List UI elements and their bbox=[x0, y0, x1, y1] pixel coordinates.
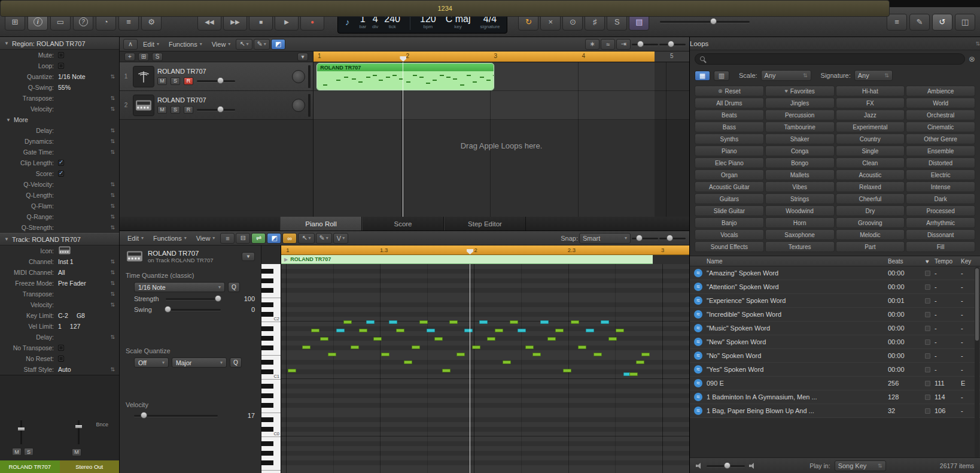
pointer-tool-select[interactable]: ↖▾ bbox=[298, 233, 314, 244]
midi-note[interactable] bbox=[419, 320, 428, 324]
preview-volume-slider[interactable] bbox=[707, 462, 745, 470]
track-sort-menu-button[interactable]: ▾ bbox=[297, 53, 308, 61]
loop-category-strings[interactable]: Strings bbox=[765, 193, 835, 204]
note-lane[interactable] bbox=[281, 379, 689, 384]
midi-note[interactable] bbox=[351, 345, 359, 349]
note-lane[interactable] bbox=[281, 355, 689, 360]
loop-wave-icon[interactable]: ≈ bbox=[694, 393, 702, 401]
loop-category-fill[interactable]: Fill bbox=[906, 241, 975, 252]
track-header[interactable]: 1ROLAND TR707MSR bbox=[120, 62, 313, 91]
swing-slider[interactable] bbox=[166, 305, 221, 314]
piano-key-black[interactable] bbox=[261, 269, 273, 274]
midi-note[interactable] bbox=[302, 345, 311, 349]
view-mode-icon[interactable]: ≡ bbox=[220, 233, 235, 244]
favorite-checkbox[interactable] bbox=[925, 326, 930, 331]
note-lane[interactable] bbox=[281, 341, 689, 345]
grid-view-button[interactable]: ▦ bbox=[695, 71, 710, 81]
disclosure-triangle-icon[interactable]: ▶ bbox=[284, 257, 288, 262]
automation-icon[interactable]: ∗ bbox=[585, 39, 599, 50]
midi-note[interactable] bbox=[495, 329, 503, 332]
mute-button[interactable]: M bbox=[157, 106, 167, 114]
disclosure-triangle-icon[interactable]: ▼ bbox=[4, 41, 9, 46]
channel-name-label[interactable]: ROLAND TR707 bbox=[0, 460, 60, 473]
arrange-grid[interactable]: 12345 ROLAND TR707 Drag Apple Loops here… bbox=[314, 51, 689, 217]
midi-note[interactable] bbox=[616, 329, 624, 332]
back-button[interactable]: ∧ bbox=[123, 39, 138, 50]
search-input[interactable] bbox=[708, 54, 960, 63]
loop-category-part[interactable]: Part bbox=[836, 241, 905, 252]
speaker-icon[interactable] bbox=[696, 463, 702, 469]
piano-key-black[interactable] bbox=[261, 336, 273, 341]
piano-key-black[interactable] bbox=[261, 393, 273, 398]
stepper-icon[interactable]: ⇅ bbox=[110, 280, 115, 286]
midi-note[interactable] bbox=[396, 329, 404, 332]
loop-wave-icon[interactable]: ≈ bbox=[694, 351, 702, 360]
piano-key-black[interactable] bbox=[261, 288, 273, 293]
quantize-apply-button[interactable]: Q bbox=[228, 282, 240, 292]
loop-category-bass[interactable]: Bass bbox=[695, 122, 764, 132]
record-enable-button[interactable]: R bbox=[184, 106, 193, 114]
param-value[interactable]: 1/16 Note bbox=[58, 73, 86, 80]
stepper-icon[interactable]: ⇅ bbox=[110, 259, 115, 265]
stepper-icon[interactable]: ⇅ bbox=[110, 225, 115, 231]
bar-ruler[interactable]: 12345 bbox=[314, 51, 689, 62]
editor-region-strip[interactable]: ▶ ROLAND TR707 bbox=[281, 255, 653, 264]
stepper-icon[interactable]: ⇅ bbox=[110, 181, 115, 187]
midi-note[interactable] bbox=[629, 372, 638, 376]
piano-key-black[interactable] bbox=[261, 427, 273, 432]
loop-category-cinematic[interactable]: Cinematic bbox=[906, 122, 975, 132]
favorite-checkbox[interactable] bbox=[925, 353, 930, 359]
loop-category-mallets[interactable]: Mallets bbox=[765, 169, 835, 180]
midi-note[interactable] bbox=[586, 329, 594, 332]
favorite-checkbox[interactable] bbox=[925, 381, 930, 386]
midi-note[interactable] bbox=[456, 353, 465, 356]
loop-category-other-genre[interactable]: Other Genre bbox=[906, 134, 975, 144]
column-name[interactable]: Name bbox=[707, 258, 888, 265]
note-lane[interactable] bbox=[281, 398, 689, 403]
midi-note[interactable] bbox=[336, 329, 345, 332]
loop-wave-icon[interactable]: ≈ bbox=[694, 283, 702, 291]
midi-note[interactable] bbox=[412, 345, 420, 349]
loop-wave-icon[interactable]: ≈ bbox=[694, 338, 702, 346]
midi-in-icon[interactable]: ⇌ bbox=[251, 233, 266, 244]
loop-category-acoustic-guitar[interactable]: Acoustic Guitar bbox=[695, 181, 764, 192]
stepper-icon[interactable]: ⇅ bbox=[110, 128, 115, 134]
loop-category-tambourine[interactable]: Tambourine bbox=[765, 122, 835, 132]
play-in-select[interactable]: Song Key⇅ bbox=[835, 460, 886, 471]
note-lane[interactable] bbox=[281, 451, 689, 456]
loop-category-vibes[interactable]: Vibes bbox=[765, 181, 835, 192]
midi-note[interactable] bbox=[532, 353, 541, 356]
note-lane[interactable] bbox=[281, 269, 689, 274]
tab-step-editor[interactable]: Step Editor bbox=[444, 217, 526, 231]
param-value[interactable]: All bbox=[58, 269, 65, 276]
note-lane[interactable] bbox=[281, 408, 689, 413]
stepper-icon[interactable]: ⇅ bbox=[110, 302, 115, 308]
note-lane[interactable] bbox=[281, 384, 689, 389]
piano-key-black[interactable] bbox=[261, 360, 273, 365]
param-value[interactable]: Auto bbox=[58, 366, 71, 373]
loop-category-arrhythmic[interactable]: Arrhythmic bbox=[906, 217, 975, 228]
midi-note[interactable] bbox=[601, 320, 609, 324]
tracks-menu-functions[interactable]: Functions▾ bbox=[165, 40, 206, 49]
midi-note[interactable] bbox=[555, 329, 564, 332]
solo-button[interactable]: S bbox=[171, 77, 180, 85]
mute-button[interactable]: M bbox=[157, 77, 167, 85]
stepper-icon[interactable]: ⇅ bbox=[110, 291, 115, 297]
bounce-button[interactable]: Bnce bbox=[96, 422, 108, 427]
loop-wave-icon[interactable]: ≈ bbox=[694, 324, 702, 332]
loop-row[interactable]: ≈"Experience" Spoken Word00:01-- bbox=[690, 294, 980, 308]
loop-category-shaker[interactable]: Shaker bbox=[765, 134, 835, 144]
note-lane[interactable] bbox=[281, 413, 689, 417]
loop-category-banjo[interactable]: Banjo bbox=[695, 217, 764, 228]
column-key[interactable]: Key bbox=[961, 258, 980, 265]
note-lane[interactable] bbox=[281, 422, 689, 427]
note-lane[interactable] bbox=[281, 417, 689, 422]
playhead[interactable] bbox=[403, 62, 403, 217]
track-icon[interactable] bbox=[133, 95, 154, 116]
midi-note[interactable] bbox=[525, 345, 534, 349]
loop-row[interactable]: ≈"Amazing" Spoken Word00:00-- bbox=[690, 266, 980, 280]
note-filter-icon[interactable]: ◩ bbox=[267, 233, 281, 244]
add-track-button[interactable]: + bbox=[124, 53, 135, 61]
favorite-checkbox[interactable] bbox=[925, 298, 930, 304]
ruler-cycle-range[interactable] bbox=[314, 51, 655, 62]
